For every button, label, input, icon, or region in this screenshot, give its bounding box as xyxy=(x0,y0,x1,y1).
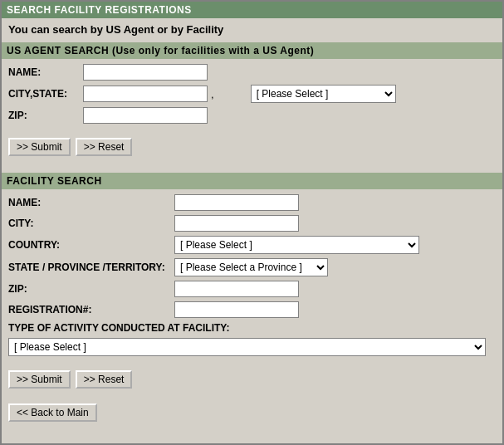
back-section: << Back to Main xyxy=(2,395,502,428)
section-divider xyxy=(2,163,502,169)
us-agent-name-row: NAME: xyxy=(8,64,496,81)
back-to-main-button[interactable]: << Back to Main xyxy=(8,403,97,422)
us-agent-zip-input[interactable] xyxy=(83,107,208,124)
us-agent-name-input[interactable] xyxy=(83,64,208,81)
us-agent-state-select[interactable]: [ Please Select ] xyxy=(251,85,396,103)
us-agent-zip-row: ZIP: xyxy=(8,107,496,124)
facility-submit-button[interactable]: >> Submit xyxy=(8,370,71,389)
facility-reset-button[interactable]: >> Reset xyxy=(76,370,133,389)
main-container: SEARCH FACILITY REGISTRATIONS You can se… xyxy=(0,0,504,445)
us-agent-zip-label: ZIP: xyxy=(8,110,83,121)
facility-name-input[interactable] xyxy=(174,194,299,211)
us-agent-city-input[interactable] xyxy=(83,86,208,102)
facility-country-row: COUNTRY: [ Please Select ] xyxy=(8,236,496,254)
facility-registration-label: REGISTRATION#: xyxy=(8,304,174,315)
facility-state-row: STATE / PROVINCE /TERRITORY: [ Please Se… xyxy=(8,258,496,276)
facility-state-label: STATE / PROVINCE /TERRITORY: xyxy=(8,262,174,273)
facility-activity-label-row: TYPE OF ACTIVITY CONDUCTED AT FACILITY: xyxy=(8,322,496,334)
us-agent-section-header: US AGENT SEARCH (Use only for facilities… xyxy=(2,42,502,59)
page-title: SEARCH FACILITY REGISTRATIONS xyxy=(2,2,502,18)
facility-activity-select-row: [ Please Select ] xyxy=(8,338,496,356)
comma-separator: , xyxy=(211,88,214,100)
facility-activity-label: TYPE OF ACTIVITY CONDUCTED AT FACILITY: xyxy=(8,322,229,334)
facility-province-select[interactable]: [ Please Select a Province ] xyxy=(174,258,328,276)
facility-city-row: CITY: xyxy=(8,215,496,232)
facility-zip-label: ZIP: xyxy=(8,283,174,295)
facility-zip-row: ZIP: xyxy=(8,281,496,297)
facility-registration-input[interactable] xyxy=(174,301,299,318)
page-subtitle: You can search by US Agent or by Facilit… xyxy=(2,18,502,39)
facility-zip-input[interactable] xyxy=(174,281,299,297)
facility-name-label: NAME: xyxy=(8,197,174,208)
facility-name-row: NAME: xyxy=(8,194,496,211)
facility-country-select[interactable]: [ Please Select ] xyxy=(174,236,419,254)
us-agent-name-label: NAME: xyxy=(8,66,83,78)
facility-btn-row: >> Submit >> Reset xyxy=(2,367,502,395)
facility-registration-row: REGISTRATION#: xyxy=(8,301,496,318)
facility-section-header: FACILITY SEARCH xyxy=(2,173,502,189)
facility-activity-select[interactable]: [ Please Select ] xyxy=(8,338,486,356)
us-agent-city-state-row: CITY,STATE: , [ Please Select ] xyxy=(8,85,496,103)
us-agent-reset-button[interactable]: >> Reset xyxy=(76,138,133,156)
us-agent-submit-button[interactable]: >> Submit xyxy=(8,138,71,156)
us-agent-btn-row: >> Submit >> Reset xyxy=(2,134,502,163)
facility-city-input[interactable] xyxy=(174,215,299,232)
us-agent-city-state-label: CITY,STATE: xyxy=(8,88,83,100)
facility-form: NAME: CITY: COUNTRY: [ Please Select ] S… xyxy=(2,189,502,367)
us-agent-form: NAME: CITY,STATE: , [ Please Select ] ZI… xyxy=(2,59,502,134)
facility-city-label: CITY: xyxy=(8,218,174,229)
facility-country-label: COUNTRY: xyxy=(8,239,174,251)
